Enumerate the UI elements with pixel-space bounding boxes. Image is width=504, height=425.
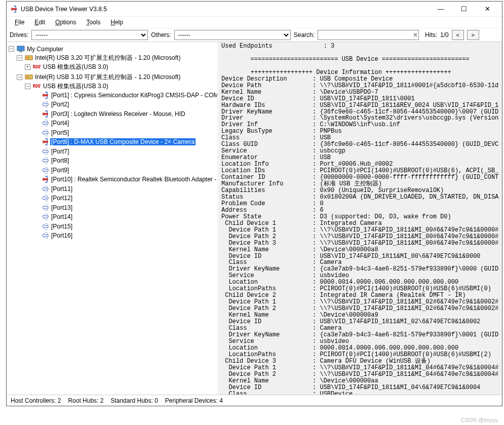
tree-port-9[interactable]: [Port9] — [33, 166, 216, 175]
tree-port-1[interactable]: [Port1] : Cypress Semiconductor KitProg3… — [33, 91, 216, 100]
hits-value: 1/0 — [440, 31, 449, 38]
drives-select[interactable]: ------ — [31, 30, 148, 40]
close-button[interactable]: ✕ — [476, 2, 499, 17]
usb-port-icon — [41, 185, 49, 193]
menu-file[interactable]: File — [11, 18, 28, 27]
tree-port-10[interactable]: [Port10] : Realtek Semiconductor Realtek… — [33, 175, 216, 184]
tree-port-12[interactable]: [Port12] — [33, 194, 216, 203]
usb-port-icon — [41, 231, 49, 240]
tree-port-label: [Port14] — [50, 213, 73, 220]
next-hit-button[interactable]: > — [467, 30, 479, 40]
tree-ctrl2-hub[interactable]: −USB 根集线器(USB 3.0) [Port1] : Cypress Sem… — [25, 82, 216, 241]
tree-port-label: [Port10] : Realtek Semiconductor Realtek… — [50, 176, 219, 183]
tree-port-6[interactable]: [Port6] : D-MAX USB Composite Device - 2… — [33, 137, 216, 147]
tree-ctrl-1[interactable]: −Intel(R) USB 3.20 可扩展主机控制器 - 1.20 (Micr… — [17, 53, 216, 72]
status-standard-hubs: Standard Hubs: 0 — [110, 397, 158, 404]
others-select[interactable]: ------ — [174, 30, 291, 40]
app-icon — [10, 5, 18, 13]
toolbar: Drives: ------ Others: ------ Search: ✕ … — [7, 28, 502, 42]
tree-port-label: [Port7] — [50, 148, 70, 155]
titlebar[interactable]: USB Device Tree Viewer V3.8.5 — ☐ ✕ — [7, 2, 502, 17]
tree-port-label: [Port8] — [50, 157, 70, 164]
tree-ctrl-2[interactable]: −Intel(R) USB 3.10 可扩展主机控制器 - 1.20 (Micr… — [17, 72, 216, 242]
maximize-button[interactable]: ☐ — [452, 2, 476, 17]
search-label: Search: — [294, 31, 315, 38]
tree-port-13[interactable]: [Port13] — [33, 203, 216, 213]
tree-port-label: [Port1] : Cypress Semiconductor KitProg3… — [50, 92, 219, 99]
status-root-hubs: Root Hubs: 2 — [68, 397, 103, 404]
tree-port-8[interactable]: [Port8] — [33, 156, 216, 166]
details-pane[interactable]: Used Endpoints : 3 =====================… — [219, 42, 502, 395]
usb-port-icon — [41, 110, 49, 118]
tree-port-label: [Port15] — [50, 223, 73, 230]
usb-port-icon — [41, 129, 49, 137]
tree-port-label: [Port16] — [50, 232, 73, 239]
tree-port-3[interactable]: [Port3] : Logitech Wireless Receiver - M… — [33, 109, 216, 119]
status-peripheral-devices: Peripheral Devices: 4 — [165, 397, 223, 404]
usb-port-icon — [41, 166, 49, 174]
drives-label: Drives: — [10, 31, 28, 38]
tree-port-label: [Port12] — [50, 195, 73, 202]
tree-port-label: [Port5] — [50, 129, 70, 136]
usb-port-icon — [41, 100, 49, 108]
tree-port-5[interactable]: [Port5] — [33, 128, 216, 138]
menu-tools[interactable]: Tools — [82, 18, 104, 27]
tree-port-label: [Port4] — [50, 120, 70, 127]
watermark: CSDN @linyyy. — [461, 417, 499, 423]
usb-port-icon — [41, 204, 49, 212]
tree-port-label: [Port3] : Logitech Wireless Receiver - M… — [50, 110, 186, 118]
tree-root[interactable]: −My Computer −Intel(R) USB 3.20 可扩展主机控制器… — [9, 44, 216, 242]
menu-help[interactable]: Help — [106, 18, 127, 27]
minimize-button[interactable]: — — [429, 2, 452, 17]
usb-port-icon — [41, 222, 49, 230]
prev-hit-button[interactable]: < — [452, 30, 464, 40]
statusbar: Host Controllers: 2 Root Hubs: 2 Standar… — [7, 395, 502, 406]
tree-port-14[interactable]: [Port14] — [33, 212, 216, 222]
tree-port-label: [Port2] — [50, 101, 70, 108]
device-tree[interactable]: −My Computer −Intel(R) USB 3.20 可扩展主机控制器… — [7, 42, 219, 395]
app-window: USB Device Tree Viewer V3.8.5 — ☐ ✕ File… — [6, 1, 502, 406]
menubar: File Edit Options Tools Help — [7, 17, 502, 28]
tree-port-7[interactable]: [Port7] — [33, 147, 216, 157]
search-input[interactable] — [318, 30, 419, 40]
usb-port-icon — [41, 91, 49, 99]
status-host-controllers: Host Controllers: 2 — [11, 397, 61, 404]
tree-port-4[interactable]: [Port4] — [33, 119, 216, 128]
tree-port-11[interactable]: [Port11] — [33, 184, 216, 194]
usb-port-icon — [41, 147, 49, 156]
tree-port-label: [Port13] — [50, 204, 73, 211]
tree-port-label: [Port6] : D-MAX USB Composite Device - 2… — [50, 138, 196, 145]
tree-port-label: [Port9] — [50, 167, 70, 174]
usb-port-icon — [41, 175, 49, 183]
menu-options[interactable]: Options — [51, 18, 80, 27]
tree-port-15[interactable]: [Port15] — [33, 222, 216, 231]
usb-port-icon — [41, 119, 49, 127]
window-title: USB Device Tree Viewer V3.8.5 — [21, 6, 429, 13]
usb-port-icon — [41, 157, 49, 165]
usb-port-icon — [41, 194, 49, 202]
menu-edit[interactable]: Edit — [30, 18, 49, 27]
hits-label: Hits: — [425, 31, 437, 38]
others-label: Others: — [151, 31, 171, 38]
tree-port-16[interactable]: [Port16] — [33, 231, 216, 241]
tree-ctrl1-hub[interactable]: +USB 根集线器(USB 3.0) — [25, 62, 216, 72]
tree-port-2[interactable]: [Port2] — [33, 100, 216, 109]
usb-port-icon — [41, 213, 49, 221]
tree-port-label: [Port11] — [50, 185, 73, 192]
usb-port-icon — [41, 138, 49, 146]
